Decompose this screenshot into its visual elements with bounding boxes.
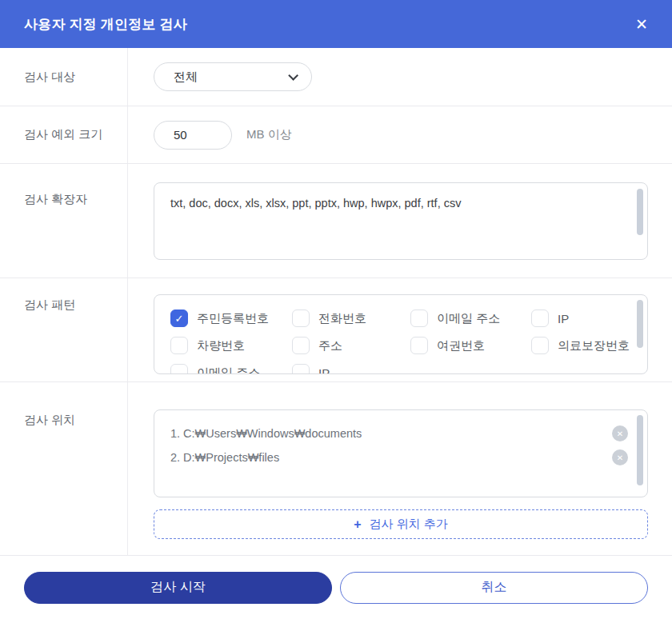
add-location-button[interactable]: + 검사 위치 추가 [154,509,648,539]
pattern-checkbox-health-insurance-number[interactable]: ✓ 의료보장번호 [531,332,631,359]
checkbox-icon: ✓ [292,310,310,327]
dialog-title: 사용자 지정 개인정보 검사 [24,15,187,34]
remove-location-icon[interactable]: ✕ [612,425,628,441]
close-icon[interactable]: ✕ [632,14,651,35]
pattern-checkbox-ip-2[interactable]: ✓ IP [292,359,410,374]
checkbox-icon: ✓ [531,310,549,327]
pattern-checkbox-phone-number[interactable]: ✓ 전화번호 [292,305,410,332]
checkbox-icon: ✓ [410,337,428,354]
locations-scrollbar[interactable] [637,415,643,485]
pattern-checkbox-email[interactable]: ✓ 이메일 주소 [410,305,531,332]
checkbox-icon: ✓ [170,337,188,354]
row-scan-target: 검사 대상 전체 [0,48,672,106]
exception-size-suffix: MB 이상 [246,127,292,142]
pattern-checkbox-ip[interactable]: ✓ IP [531,305,631,332]
row-locations: 검사 위치 1. C:₩Users₩Windows₩documents ✕ 2.… [0,382,672,556]
row-patterns: 검사 패턴 ✓ 주민등록번호 ✓ 전화번호 ✓ 이메일 주소 [0,278,672,382]
start-scan-button[interactable]: 검사 시작 [24,572,332,604]
dialog-footer: 검사 시작 취소 [0,556,672,619]
checkbox-icon: ✓ [292,364,310,374]
pattern-checkbox-resident-number[interactable]: ✓ 주민등록번호 [170,305,292,332]
patterns-panel: ✓ 주민등록번호 ✓ 전화번호 ✓ 이메일 주소 ✓ IP [154,294,648,374]
scan-target-dropdown[interactable]: 전체 [154,62,312,91]
location-path: 2. D:₩Projects₩files [170,451,279,464]
row-extensions: 검사 확장자 txt, doc, docx, xls, xlsx, ppt, p… [0,164,672,278]
row-exception-size: 검사 예외 크기 MB 이상 [0,106,672,164]
extensions-textarea[interactable]: txt, doc, docx, xls, xlsx, ppt, pptx, hw… [154,183,647,259]
pattern-checkbox-address[interactable]: ✓ 주소 [292,332,410,359]
exception-size-input[interactable] [154,121,232,150]
check-icon: ✓ [175,313,184,324]
scan-target-label: 검사 대상 [0,48,128,106]
extensions-label: 검사 확장자 [0,164,128,278]
patterns-label: 검사 패턴 [0,278,128,381]
location-path: 1. C:₩Users₩Windows₩documents [170,427,362,440]
add-location-label: 검사 위치 추가 [370,517,448,532]
dialog-header: 사용자 지정 개인정보 검사 ✕ [0,0,672,48]
exception-size-label: 검사 예외 크기 [0,106,128,163]
locations-label: 검사 위치 [0,382,128,555]
scan-target-value: 전체 [174,70,198,85]
pattern-checkbox-passport-number[interactable]: ✓ 여권번호 [410,332,531,359]
cancel-button[interactable]: 취소 [340,572,648,604]
checkbox-icon: ✓ [531,337,549,354]
checkbox-icon: ✓ [410,310,428,327]
location-list-item: 2. D:₩Projects₩files ✕ [154,445,647,469]
pattern-checkbox-vehicle-number[interactable]: ✓ 차량번호 [170,332,292,359]
checkbox-icon: ✓ [170,310,188,327]
checkbox-icon: ✓ [292,337,310,354]
chevron-down-icon [288,70,298,81]
location-list-item: 1. C:₩Users₩Windows₩documents ✕ [154,421,647,445]
locations-panel: 1. C:₩Users₩Windows₩documents ✕ 2. D:₩Pr… [154,409,648,497]
extensions-panel: txt, doc, docx, xls, xlsx, ppt, pptx, hw… [154,182,648,260]
patterns-grid: ✓ 주민등록번호 ✓ 전화번호 ✓ 이메일 주소 ✓ IP [170,305,631,374]
patterns-scrollbar[interactable] [637,300,643,348]
extensions-scrollbar[interactable] [637,189,643,235]
checkbox-icon: ✓ [170,364,188,374]
scan-settings-form: 검사 대상 전체 검사 예외 크기 MB 이상 검사 확장자 txt, doc,… [0,48,672,556]
plus-icon: + [354,517,361,532]
pattern-checkbox-email-2[interactable]: ✓ 이메일 주소 [170,359,292,374]
remove-location-icon[interactable]: ✕ [612,449,628,465]
